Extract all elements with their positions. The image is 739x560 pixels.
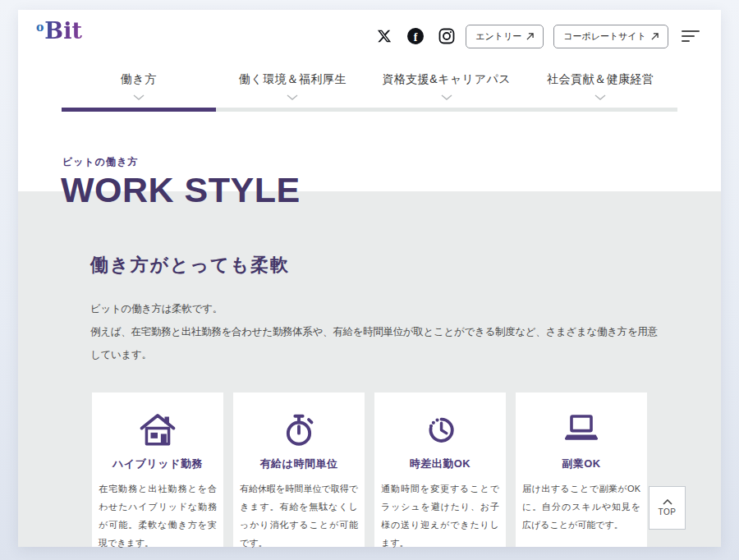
facebook-glyph: f <box>414 30 418 45</box>
nav-underline-track <box>62 108 677 112</box>
tab-environment-benefits[interactable]: 働く環境＆福利厚生 <box>216 72 370 100</box>
logo[interactable]: oBit <box>36 19 82 44</box>
external-arrow-icon <box>526 33 534 40</box>
card-hybrid-work: ハイブリッド勤務 在宅勤務と出社勤務とを合わせたハイブリッドな勤務が可能。柔軟な… <box>92 392 223 547</box>
tab-label: 働き方 <box>121 72 157 87</box>
card-title: 時差出勤OK <box>374 457 506 471</box>
chevron-up-icon <box>663 499 672 505</box>
header-actions: f エントリー コーポレートサイト <box>375 25 701 48</box>
tab-label: 資格支援&キャリアパス <box>382 72 511 87</box>
card-body: 通勤時間を変更することでラッシュを避けたり、お子様の送り迎えができたりします。 <box>381 480 499 552</box>
tab-label: 働く環境＆福利厚生 <box>239 72 347 87</box>
card-body: 有給休暇を時間単位で取得できます。有給を無駄なくしっかり消化することが可能です。 <box>240 480 358 552</box>
house-icon <box>92 410 223 449</box>
paragraph: ビットの働き方は柔軟です。 <box>90 297 659 320</box>
chevron-down-icon <box>133 94 145 100</box>
card-side-job: 副業OK 届け出することで副業がOKに。自分のスキルや知見を広げることが可能です… <box>516 392 647 547</box>
laptop-icon <box>516 410 647 449</box>
card-staggered-hours: 時差出勤OK 通勤時間を変更することでラッシュを避けたり、お子様の送り迎えができ… <box>374 392 506 547</box>
tab-qualification-career[interactable]: 資格支援&キャリアパス <box>370 72 524 100</box>
page-title: WORK STYLE <box>61 171 301 209</box>
chevron-down-icon <box>287 94 298 100</box>
logo-text: Bit <box>44 18 82 44</box>
card-title: 有給は時間単位 <box>233 457 365 471</box>
menu-icon[interactable] <box>682 30 701 43</box>
instagram-icon[interactable] <box>438 27 456 45</box>
site-panel: oBit f エントリー コーポレートサイト <box>18 10 721 547</box>
card-title: ハイブリッド勤務 <box>92 457 223 471</box>
card-hourly-paid-leave: 有給は時間単位 有給休暇を時間単位で取得できます。有給を無駄なくしっかり消化する… <box>233 392 365 547</box>
card-body: 届け出することで副業がOKに。自分のスキルや知見を広げることが可能です。 <box>522 480 640 534</box>
entry-button[interactable]: エントリー <box>466 25 544 48</box>
chevron-down-icon <box>441 94 452 100</box>
tab-label: 社会貢献＆健康経営 <box>547 72 654 87</box>
hero-eyebrow: ビットの働き方 <box>62 155 138 169</box>
section-nav: 働き方 働く環境＆福利厚生 資格支援&キャリアパス 社会貢献＆健康経営 <box>62 72 677 112</box>
clock-icon <box>374 410 506 449</box>
nav-active-indicator <box>62 108 216 112</box>
corporate-site-button[interactable]: コーポレートサイト <box>553 25 668 48</box>
section-paragraphs: ビットの働き方は柔軟です。 例えば、在宅勤務と出社勤務を合わせた勤務体系や、有給… <box>90 297 659 366</box>
paragraph: 例えば、在宅勤務と出社勤務を合わせた勤務体系や、有給を時間単位が取とことができる… <box>90 320 659 366</box>
facebook-icon[interactable]: f <box>406 27 425 45</box>
entry-button-label: エントリー <box>475 30 521 43</box>
back-to-top-button[interactable]: TOP <box>649 486 686 530</box>
tab-social-health[interactable]: 社会貢献＆健康経営 <box>524 72 678 100</box>
stopwatch-icon <box>233 410 365 449</box>
external-arrow-icon <box>651 33 659 40</box>
card-body: 在宅勤務と出社勤務とを合わせたハイブリッドな勤務が可能。柔軟な働き方を実現できま… <box>99 480 217 552</box>
feature-cards: ハイブリッド勤務 在宅勤務と出社勤務とを合わせたハイブリッドな勤務が可能。柔軟な… <box>92 392 647 547</box>
logo-sup-o: o <box>36 21 44 34</box>
tab-work-style[interactable]: 働き方 <box>62 72 216 100</box>
chevron-down-icon <box>594 94 606 100</box>
card-title: 副業OK <box>516 457 647 471</box>
back-to-top-label: TOP <box>659 507 677 516</box>
corporate-site-button-label: コーポレートサイト <box>563 30 646 43</box>
section-heading: 働き方がとっても柔軟 <box>90 253 290 278</box>
x-icon[interactable] <box>375 27 393 45</box>
